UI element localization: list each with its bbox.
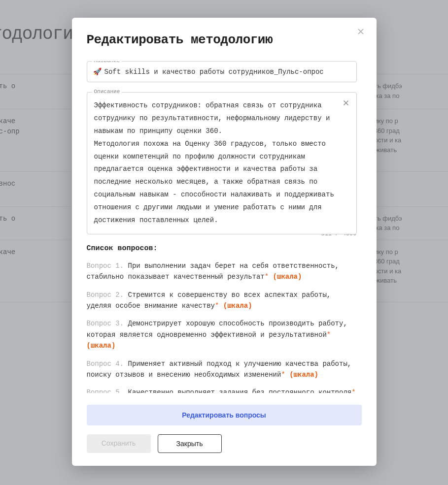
question-item: Вопрос 1. При выполнении задач берет на … — [87, 260, 357, 283]
name-field-label: Название — [92, 61, 122, 64]
question-number: Вопрос 4. — [87, 360, 128, 368]
questions-section-title: Список вопросов: — [87, 244, 357, 253]
required-mark: * — [215, 302, 219, 310]
description-textarea[interactable]: Эффективность сотрудников: обратная связ… — [87, 93, 356, 234]
close-button[interactable]: Закрыть — [158, 434, 222, 453]
question-item: Вопрос 5. Качественно выполняет задания … — [87, 387, 357, 393]
rocket-icon: 🚀 — [93, 67, 102, 76]
question-type: (шкала) — [289, 371, 318, 379]
required-mark: * — [265, 273, 269, 281]
required-mark: * — [351, 388, 355, 393]
questions-list: Вопрос 1. При выполнении задач берет на … — [87, 260, 357, 393]
question-item: Вопрос 4. Применяет активный подход к ул… — [87, 358, 357, 381]
description-field[interactable]: Описание Эффективность сотрудников: обра… — [87, 92, 357, 234]
question-number: Вопрос 5. — [87, 388, 128, 393]
question-type: (шкала) — [223, 302, 252, 310]
save-button: Сохранить — [87, 434, 151, 453]
question-item: Вопрос 2. Стремится к совершенству во вс… — [87, 290, 357, 312]
modal-overlay: Редактировать методологию Название 🚀 Sof… — [0, 0, 448, 485]
edit-questions-button[interactable]: Редактировать вопросы — [87, 405, 362, 425]
edit-methodology-modal: Редактировать методологию Название 🚀 Sof… — [72, 18, 377, 466]
question-type: (шкала) — [87, 342, 116, 350]
name-input[interactable]: 🚀 Soft skills и качество работы сотрудни… — [87, 62, 356, 82]
question-type: (шкала) — [273, 273, 302, 281]
question-item: Вопрос 3. Демонстрирует хорошую способно… — [87, 318, 357, 351]
required-mark: * — [281, 371, 285, 379]
name-field[interactable]: Название 🚀 Soft skills и качество работы… — [87, 61, 357, 82]
question-number: Вопрос 2. — [87, 291, 128, 299]
close-icon — [356, 27, 366, 36]
question-number: Вопрос 3. — [87, 320, 128, 327]
name-input-value: Soft skills и качество работы сотруднико… — [104, 68, 324, 76]
modal-title: Редактировать методологию — [87, 32, 362, 47]
question-number: Вопрос 1. — [87, 262, 128, 270]
modal-close-button[interactable] — [356, 27, 366, 36]
required-mark: * — [327, 331, 331, 339]
